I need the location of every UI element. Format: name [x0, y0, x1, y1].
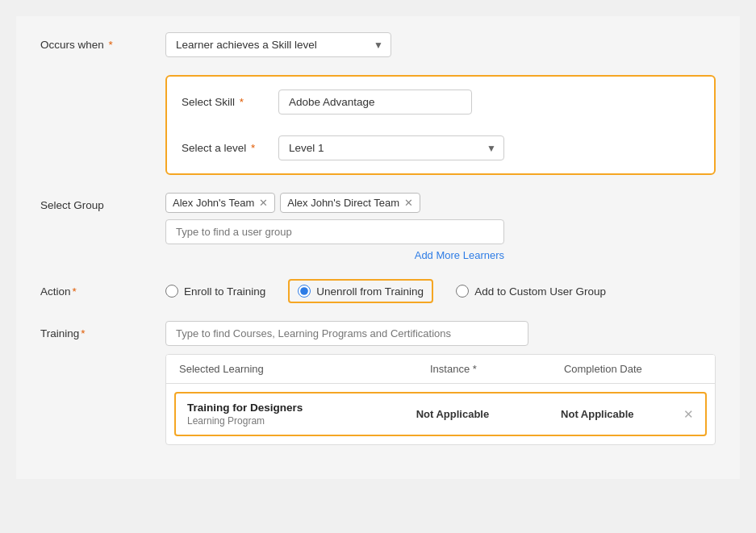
training-label: Training* [40, 321, 165, 339]
training-item-completion: Not Applicable [525, 408, 670, 420]
tag-alex-team: Alex John's Team ✕ [165, 193, 275, 213]
skill-level-box: Select Skill * Select a level * Level 1 … [165, 75, 716, 175]
action-row: Action* Enroll to Training Unenroll from… [40, 279, 716, 303]
occurs-when-select[interactable]: Learner achieves a Skill level Learner c… [165, 32, 391, 57]
action-radio-group: Enroll to Training Unenroll from Trainin… [165, 279, 716, 303]
select-skill-label: Select Skill * [182, 96, 278, 108]
enroll-label: Enroll to Training [184, 285, 265, 298]
select-skill-row: Select Skill * [182, 90, 700, 115]
training-item-instance: Not Applicable [380, 408, 524, 420]
training-table-header: Selected Learning Instance * Completion … [166, 355, 715, 384]
add-more-learners-link[interactable]: Add More Learners [165, 249, 504, 261]
select-level-row: Select a level * Level 1 Level 2 Level 3… [182, 135, 700, 160]
unenroll-label: Unenroll from Training [316, 285, 424, 298]
select-skill-input[interactable] [278, 90, 472, 115]
header-action [678, 363, 702, 375]
required-marker: * [106, 39, 113, 51]
occurs-when-row: Occurs when * Learner achieves a Skill l… [40, 32, 716, 57]
training-table: Selected Learning Instance * Completion … [165, 354, 716, 445]
select-group-label: Select Group [40, 193, 165, 211]
action-label: Action* [40, 279, 165, 298]
select-group-control: Alex John's Team ✕ Alex John's Direct Te… [165, 193, 716, 261]
header-instance: Instance * [378, 363, 528, 375]
tag-close-icon[interactable]: ✕ [259, 198, 268, 208]
header-completion-date: Completion Date [528, 363, 678, 375]
training-control: Selected Learning Instance * Completion … [165, 321, 716, 445]
select-level-select[interactable]: Level 1 Level 2 Level 3 [278, 135, 504, 160]
enroll-option[interactable]: Enroll to Training [165, 285, 265, 298]
unenroll-radio[interactable] [298, 285, 311, 298]
header-selected-learning: Selected Learning [179, 363, 378, 375]
occurs-when-select-wrapper[interactable]: Learner achieves a Skill level Learner c… [165, 32, 391, 57]
spacer [182, 124, 700, 135]
occurs-when-label: Occurs when * [40, 32, 165, 51]
training-item-row: Training for Designers Learning Program … [174, 392, 707, 436]
label-text: Occurs when [40, 39, 104, 51]
tags-container: Alex John's Team ✕ Alex John's Direct Te… [165, 193, 716, 213]
group-search-input[interactable] [165, 219, 504, 244]
add-group-radio[interactable] [456, 285, 469, 298]
tag-alex-direct-team: Alex John's Direct Team ✕ [280, 193, 420, 213]
select-group-row: Select Group Alex John's Team ✕ Alex Joh… [40, 193, 716, 261]
skill-level-section: Select Skill * Select a level * Level 1 … [40, 75, 716, 175]
select-level-label: Select a level * [182, 142, 278, 154]
main-container: Occurs when * Learner achieves a Skill l… [16, 16, 740, 479]
add-group-option[interactable]: Add to Custom User Group [456, 285, 606, 298]
training-item-info: Training for Designers Learning Program [187, 402, 380, 427]
training-search-input[interactable] [165, 321, 528, 346]
select-level-wrapper[interactable]: Level 1 Level 2 Level 3 ▼ [278, 135, 504, 160]
occurs-when-control: Learner achieves a Skill level Learner c… [165, 32, 716, 57]
enroll-radio[interactable] [165, 285, 178, 298]
training-item-close-icon[interactable]: ✕ [670, 407, 694, 422]
training-item-name: Training for Designers [187, 402, 380, 414]
add-group-label: Add to Custom User Group [474, 285, 606, 298]
tag-label: Alex John's Direct Team [287, 197, 399, 209]
unenroll-option[interactable]: Unenroll from Training [288, 279, 433, 303]
training-item-type: Learning Program [187, 415, 380, 427]
tag-label: Alex John's Team [173, 197, 254, 209]
tag-close-icon[interactable]: ✕ [404, 198, 413, 208]
action-control: Enroll to Training Unenroll from Trainin… [165, 279, 716, 303]
training-row: Training* Selected Learning Instance * C… [40, 321, 716, 445]
